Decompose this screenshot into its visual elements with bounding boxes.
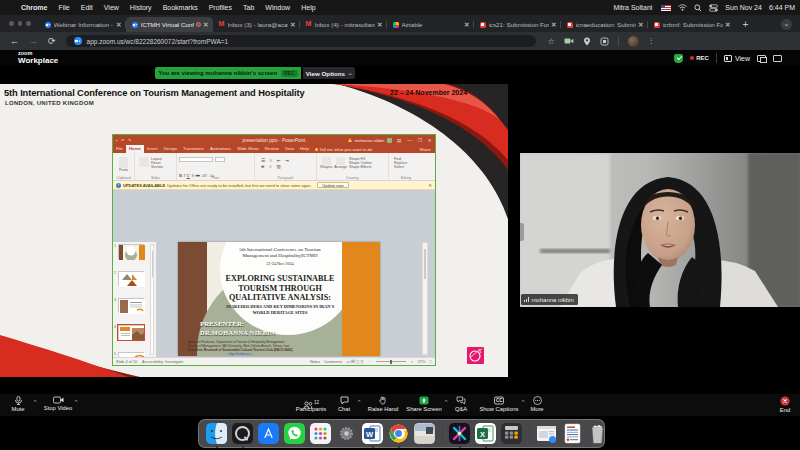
back-icon[interactable]: ← xyxy=(10,36,19,46)
ppt-tab-slideshow[interactable]: Slide Show xyxy=(234,145,262,153)
tab-ictmh-virtual-conference[interactable]: ICTMH Virtual Confer ✕ xyxy=(126,17,213,32)
dock-settings-icon[interactable] xyxy=(336,423,357,444)
tab-close-icon[interactable]: ✕ xyxy=(725,21,730,29)
chat-button[interactable]: Chat xyxy=(331,396,357,412)
menu-window[interactable]: Window xyxy=(265,4,290,11)
menu-view[interactable]: View xyxy=(104,4,119,11)
site-icon[interactable] xyxy=(74,37,82,45)
spotlight-search-icon[interactable] xyxy=(694,4,702,12)
tab-close-icon[interactable]: ✕ xyxy=(203,21,208,29)
ppt-ribbon-options-icon[interactable]: ▤ xyxy=(395,138,402,143)
camera-in-use-icon[interactable] xyxy=(564,37,574,45)
numbering-icon[interactable]: ≡ xyxy=(270,158,273,163)
ppt-tab-home[interactable]: Home xyxy=(126,145,144,153)
location-icon[interactable] xyxy=(583,37,591,46)
zoom-slider[interactable] xyxy=(376,361,406,362)
chrome-menu-icon[interactable]: ⋮ xyxy=(648,37,655,45)
align-center-icon[interactable]: ≡ xyxy=(269,164,272,169)
ppt-tell-me[interactable]: Tell me what you want to do xyxy=(315,147,373,152)
dock-finder-icon[interactable] xyxy=(206,423,227,444)
menu-profiles[interactable]: Profiles xyxy=(209,4,232,11)
menu-tab[interactable]: Tab xyxy=(243,4,254,11)
tab-close-icon[interactable]: ✕ xyxy=(377,21,382,29)
close-message-icon[interactable]: ✕ xyxy=(428,183,432,188)
recording-indicator[interactable]: REC xyxy=(690,55,709,61)
ppt-tab-transitions[interactable]: Transitions xyxy=(180,145,207,153)
menu-bookmarks[interactable]: Bookmarks xyxy=(163,4,198,11)
profile-avatar[interactable] xyxy=(628,36,639,47)
stop-video-button[interactable]: Stop Video xyxy=(40,396,76,411)
align-left-icon[interactable]: ≣ xyxy=(261,164,265,169)
ppt-tab-design[interactable]: Design xyxy=(161,145,180,153)
mute-options-chevron[interactable]: ⌃ xyxy=(32,399,38,405)
tab-icrbmf-submission[interactable]: icrbmf: Submission Form ✕ xyxy=(648,17,735,32)
video-options-chevron[interactable]: ⌃ xyxy=(73,399,79,405)
arrange-icon[interactable] xyxy=(336,157,345,165)
dock-minimized-window-icon[interactable] xyxy=(536,423,557,444)
dock-downloads-icon[interactable] xyxy=(562,423,583,444)
shapes-icon[interactable] xyxy=(322,157,331,165)
ppt-tab-help[interactable]: Help xyxy=(297,145,312,153)
control-center-icon[interactable] xyxy=(709,4,718,12)
forward-icon[interactable]: → xyxy=(29,36,38,46)
view-buttons[interactable]: ▭ ▦ ▢ 모 xyxy=(346,359,364,364)
comments-button[interactable]: Comments xyxy=(324,360,342,364)
menubar-date[interactable]: Sun Nov 24 xyxy=(725,4,762,11)
ppt-tab-view[interactable]: View xyxy=(282,145,297,153)
dock-quicktime-icon[interactable] xyxy=(232,423,253,444)
minimize-window-icon[interactable] xyxy=(757,55,766,62)
ppt-account-name[interactable]: mohanna nikbin xyxy=(355,138,385,143)
chat-options-chevron[interactable]: ⌃ xyxy=(356,399,362,405)
raise-hand-button[interactable]: Raise Hand xyxy=(363,396,403,412)
wifi-icon[interactable] xyxy=(678,4,687,11)
participant-video[interactable]: mohanna nikbin xyxy=(520,153,800,307)
update-now-button[interactable]: Update now xyxy=(317,182,348,189)
dock-excel-icon[interactable]: X xyxy=(475,423,496,444)
ppt-tab-animations[interactable]: Animations xyxy=(207,145,234,153)
fit-slide-icon[interactable]: ⛶ xyxy=(429,360,432,364)
tab-ics21-submission[interactable]: ics21: Submission Form - ✕ xyxy=(474,17,561,32)
columns-icon[interactable]: ▥ xyxy=(276,164,280,169)
ppt-close-icon[interactable]: ✕ xyxy=(426,138,433,143)
ppt-account-avatar[interactable] xyxy=(387,138,392,143)
zoom-out-icon[interactable]: － xyxy=(368,359,372,364)
dock-photomator-icon[interactable] xyxy=(449,423,470,444)
tab-close-icon[interactable]: ✕ xyxy=(551,21,556,29)
notes-button[interactable]: Notes xyxy=(310,360,320,364)
font-size-select[interactable] xyxy=(215,157,225,162)
view-options-button[interactable]: View Options ⌄ xyxy=(303,67,355,79)
dock-chrome-icon[interactable] xyxy=(388,423,409,444)
tab-search-icon[interactable]: ⌄ xyxy=(781,19,792,30)
new-slide-icon[interactable] xyxy=(139,157,149,167)
font-name-select[interactable] xyxy=(179,157,213,162)
end-button[interactable]: End xyxy=(772,396,798,413)
zoom-percent[interactable]: 57% xyxy=(418,360,426,364)
accessibility-status[interactable]: Accessibility: Investigate xyxy=(142,360,183,364)
paste-icon[interactable] xyxy=(119,157,128,168)
tab-close-icon[interactable]: ✕ xyxy=(116,21,121,29)
ppt-minimize-icon[interactable]: — xyxy=(406,138,414,143)
tab-icnaeducation-submission[interactable]: icnaeducation: Submissi ✕ xyxy=(561,17,648,32)
dock-word-icon[interactable]: W xyxy=(362,423,383,444)
mute-button[interactable]: Mute xyxy=(4,396,32,412)
dock-whatsapp-icon[interactable] xyxy=(284,423,305,444)
thumbnail-slide-1[interactable] xyxy=(118,244,144,259)
dock-appstore-icon[interactable] xyxy=(258,423,279,444)
ppt-warning-icon[interactable] xyxy=(348,138,352,142)
address-bar[interactable]: app.zoom.us/wc/82228260072/start?fromPWA… xyxy=(66,35,536,48)
participants-button[interactable]: 12 Participants xyxy=(290,396,332,412)
slide-scrollbar[interactable] xyxy=(422,242,428,355)
bookmark-star-icon[interactable]: ☆ xyxy=(548,37,555,46)
thumbnail-slide-4-selected[interactable] xyxy=(118,325,144,340)
new-tab-button[interactable]: + xyxy=(743,19,749,30)
ppt-tab-insert[interactable]: Insert xyxy=(144,145,161,153)
bullets-icon[interactable]: ☰ xyxy=(261,158,265,163)
menu-help[interactable]: Help xyxy=(301,4,315,11)
menu-chrome[interactable]: Chrome xyxy=(21,4,47,11)
ppt-share-button[interactable]: Share xyxy=(420,147,431,152)
thumbnail-scrollbar[interactable] xyxy=(150,244,154,355)
menu-history[interactable]: History xyxy=(130,4,152,11)
dock-preview-window-icon[interactable] xyxy=(414,423,435,444)
more-button[interactable]: More xyxy=(524,396,550,412)
indent-icon[interactable]: ⇤ xyxy=(277,158,281,163)
